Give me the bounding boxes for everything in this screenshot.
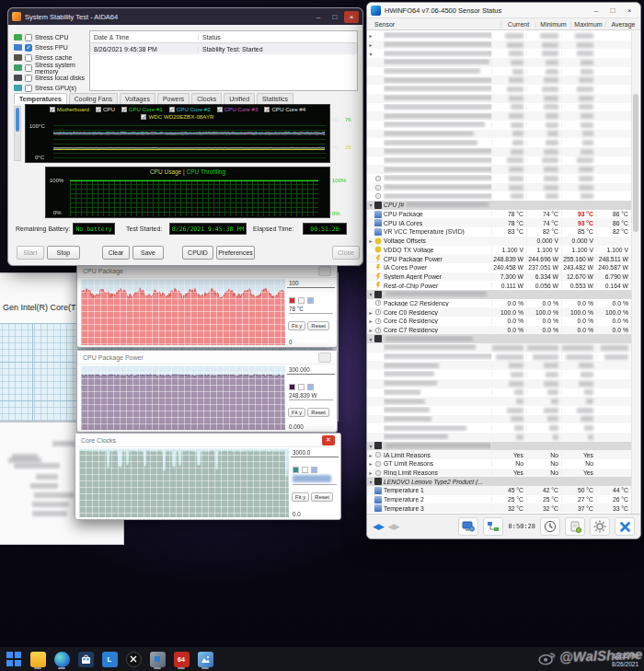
sensor-row[interactable]: CPU Package78 °C74 °C93 °C86 °C — [367, 210, 631, 219]
legend-item[interactable]: ✓CPU Core #3 — [217, 106, 259, 112]
graph-window-cpu-package-power[interactable]: CPU Package Power300.000248.839 WFit yRe… — [76, 350, 338, 433]
reset-button[interactable]: Reset — [311, 492, 333, 502]
graph-window-cpu-package[interactable]: CPU Package10078 °CFit yReset0 — [76, 263, 338, 348]
clock-icon[interactable] — [540, 517, 560, 536]
sensor-row[interactable]: ▸Ring Limit ReasonsYesNoYes — [367, 469, 631, 478]
taskbar-icon-photos[interactable] — [193, 648, 217, 670]
tab-unified[interactable]: Unified — [224, 93, 255, 104]
color-swatches[interactable] — [293, 467, 337, 473]
expand-icon[interactable]: ▸ — [367, 41, 374, 48]
legend-checkbox[interactable]: ✓ — [121, 107, 127, 112]
stress-checkbox[interactable] — [25, 34, 32, 41]
maximize-icon[interactable]: □ — [328, 11, 342, 23]
reset-button[interactable]: Reset — [307, 408, 329, 417]
taskbar-icon-hwinfo[interactable] — [145, 648, 169, 670]
color-swatch[interactable] — [298, 384, 305, 390]
sensor-row[interactable]: ▸ — [367, 40, 631, 50]
sensor-row[interactable]: Temperature 225 °C25 °C27 °C26 °C — [367, 495, 631, 504]
color-swatches[interactable] — [289, 297, 333, 304]
expand-icon[interactable]: ▾ — [367, 51, 374, 57]
color-swatch[interactable] — [307, 384, 314, 390]
sensor-row[interactable] — [367, 165, 631, 174]
stress-option-stress-gpu-s-[interactable]: Stress GPU(s) — [14, 83, 91, 93]
sensor-row[interactable] — [367, 343, 631, 353]
expand-icon[interactable]: ▾ — [367, 479, 374, 485]
sensor-row[interactable] — [367, 370, 631, 379]
stress-checkbox[interactable]: ✓ — [25, 44, 32, 52]
taskbar-icon-edge[interactable] — [50, 648, 74, 670]
stop-button[interactable]: Stop — [47, 246, 80, 260]
close-x-icon[interactable] — [615, 517, 635, 536]
sensor-row[interactable]: System Agent Power7.300 W6.334 W12.670 W… — [367, 272, 631, 282]
minimize-icon[interactable]: – — [311, 11, 326, 23]
column-header-maximum[interactable]: Maximum — [570, 21, 605, 28]
sensor-row[interactable] — [367, 174, 631, 183]
expand-icon[interactable]: ▾ — [367, 202, 374, 208]
expand-icon[interactable]: ▸ — [367, 32, 374, 39]
stress-checkbox[interactable] — [25, 85, 32, 92]
sensor-row[interactable]: ▸Voltage Offsets0.000 V0.000 V — [367, 237, 631, 246]
sensor-row[interactable] — [367, 388, 631, 398]
expand-icon[interactable]: ▸ — [367, 327, 374, 333]
stress-checkbox[interactable] — [25, 54, 32, 62]
expand-icon[interactable]: ▸ — [367, 318, 374, 324]
sensor-section-row[interactable]: ▾ — [367, 442, 631, 451]
column-header-average[interactable]: Average — [605, 21, 640, 28]
sensor-section-row[interactable]: ▾LENOVO Lenovo Type2 Product (... — [367, 477, 631, 486]
sensor-row[interactable]: CPU IA Cores78 °C74 °C93 °C86 °C — [367, 218, 631, 227]
sensor-row[interactable]: CPU Package Power248.839 W244.696 W255.1… — [367, 254, 631, 263]
sensor-row[interactable] — [367, 397, 631, 406]
sensor-row[interactable]: Package C2 Residency0.0 %0.0 %0.0 %0.0 % — [367, 299, 631, 308]
sensor-row[interactable]: ▸Core C7 Residency0.0 %0.0 %0.0 %0.0 % — [367, 326, 631, 335]
legend-item[interactable]: ✓CPU Core #1 — [121, 106, 163, 112]
color-swatches[interactable] — [289, 384, 333, 390]
clear-button[interactable]: Clear — [102, 246, 130, 260]
hwinfo-scrollbar[interactable] — [631, 31, 639, 514]
stress-option-stress-fpu[interactable]: ✓Stress FPU — [14, 42, 91, 52]
taskbar-icon-start[interactable] — [2, 648, 26, 670]
stress-option-stress-cpu[interactable]: Stress CPU — [14, 32, 91, 42]
graph-window-core-clocks[interactable]: Core Clocks✕3000.0Fit yReset0.0 — [75, 433, 341, 520]
taskbar-icon-lenovo[interactable]: L — [98, 648, 121, 670]
sensor-row[interactable] — [367, 75, 631, 85]
sensor-row[interactable] — [367, 433, 631, 442]
taskbar-icon-aida64[interactable]: 64 — [169, 648, 193, 670]
sensor-row[interactable] — [367, 121, 631, 130]
tab-powers[interactable]: Powers — [157, 93, 190, 104]
reset-button[interactable]: Reset — [307, 321, 329, 330]
sensor-row[interactable]: ▸Core C6 Residency0.0 %0.0 %0.0 %0.0 % — [367, 317, 631, 326]
fit-y-button[interactable]: Fit y — [292, 492, 309, 502]
legend-item[interactable]: ✓CPU Core #4 — [264, 106, 305, 112]
stress-option-stress-local-disks[interactable]: Stress local disks — [14, 73, 91, 83]
sensor-row[interactable] — [367, 415, 631, 424]
color-swatch[interactable] — [307, 297, 314, 304]
legend-checkbox[interactable]: ✓ — [141, 114, 146, 120]
aida64-titlebar[interactable]: System Stability Test - AIDA64 – □ × — [8, 8, 362, 25]
hwinfo-column-headers[interactable]: SensorCurrentMinimumMaximumAverage — [367, 18, 640, 30]
sensor-row[interactable]: Rest-of-Chip Power0.111 W0.056 W0.553 W0… — [367, 281, 631, 290]
sensor-row[interactable] — [367, 94, 631, 103]
sensor-row[interactable] — [367, 423, 631, 433]
sensor-row[interactable]: ▸GT Limit ReasonsNoNoNo — [367, 459, 631, 469]
sensor-row[interactable] — [367, 353, 631, 362]
legend-item[interactable]: ✓CPU — [96, 106, 115, 112]
tab-voltages[interactable]: Voltages — [120, 93, 155, 104]
close-icon[interactable]: ✕ — [322, 435, 335, 445]
legend-checkbox[interactable]: ✓ — [50, 107, 55, 112]
expand-icon[interactable]: ▸ — [367, 237, 374, 244]
taskbar-icon-explorer[interactable] — [26, 648, 50, 670]
sensor-row[interactable] — [367, 67, 631, 76]
sensor-row[interactable] — [367, 183, 631, 192]
column-header-current[interactable]: Current — [500, 21, 535, 28]
sensor-row[interactable] — [367, 156, 631, 166]
sensor-row[interactable] — [367, 379, 631, 388]
sensor-row[interactable] — [367, 85, 631, 94]
sensor-section-row[interactable]: ▾ — [367, 290, 631, 299]
sensor-row[interactable] — [367, 138, 631, 147]
fit-y-button[interactable]: Fit y — [288, 408, 305, 417]
window-button[interactable] — [318, 353, 331, 363]
column-header-sensor[interactable]: Sensor — [367, 21, 500, 28]
tab-cooling-fans[interactable]: Cooling Fans — [69, 93, 118, 104]
legend-checkbox[interactable]: ✓ — [264, 107, 270, 112]
taskbar-icon-xbox[interactable] — [121, 648, 145, 670]
